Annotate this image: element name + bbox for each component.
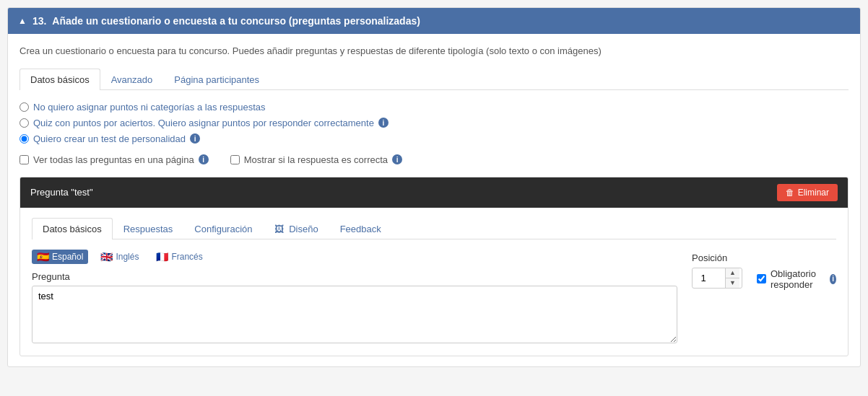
tab-diseno-label: Diseño — [289, 224, 318, 234]
info-icon-chk2[interactable]: i — [392, 154, 402, 164]
tab-pagina-participantes[interactable]: Página participantes — [163, 69, 270, 90]
obligatorio-group: Obligatorio responder i — [757, 268, 836, 290]
info-icon-obligatorio[interactable]: i — [830, 274, 836, 284]
tabs-top: Datos básicos Avanzado Página participan… — [19, 69, 849, 90]
checkbox-show-correct: Mostrar si la respuesta es correcta i — [230, 154, 402, 165]
lang-frances-label: Francés — [171, 252, 202, 262]
radio-personality-test[interactable] — [19, 134, 29, 144]
flag-gb: 🇬🇧 — [100, 251, 113, 263]
spinner-down[interactable]: ▼ — [726, 278, 739, 288]
radio-label-2[interactable]: Quiz con puntos por aciertos. Quiero asi… — [33, 118, 374, 128]
lang-espanol-label: Español — [52, 252, 83, 262]
spinner-up[interactable]: ▲ — [726, 268, 739, 278]
question-block: Pregunta "test" 🗑 Eliminar Datos básicos… — [19, 177, 849, 356]
tab-inner-respuestas[interactable]: Respuestas — [113, 218, 184, 239]
lang-ingles[interactable]: 🇬🇧 Inglés — [95, 250, 144, 264]
lang-espanol[interactable]: 🇪🇸 Español — [32, 250, 88, 264]
trash-icon: 🗑 — [786, 188, 794, 198]
radio-no-points[interactable] — [19, 102, 29, 112]
collapse-icon[interactable]: ▲ — [18, 16, 27, 26]
radio-item-3: Quiero crear un test de personalidad i — [19, 133, 849, 144]
flag-es: 🇪🇸 — [37, 251, 49, 263]
chk-all-questions[interactable] — [19, 155, 29, 164]
question-block-title: Pregunta "test" — [30, 187, 93, 198]
radio-item-2: Quiz con puntos por aciertos. Quiero asi… — [19, 118, 849, 128]
form-right: Posición ▲ ▼ — [692, 250, 836, 346]
lang-frances[interactable]: 🇫🇷 Francés — [151, 250, 207, 264]
tab-inner-configuracion[interactable]: Configuración — [183, 218, 263, 239]
form-left: 🇪🇸 Español 🇬🇧 Inglés 🇫🇷 Francés — [32, 250, 677, 346]
obligatorio-checkbox[interactable] — [757, 274, 766, 283]
obligatorio-label[interactable]: Obligatorio responder — [771, 268, 825, 290]
info-icon-radio3[interactable]: i — [190, 133, 200, 144]
radio-item-1: No quiero asignar puntos ni categorías a… — [19, 102, 849, 113]
position-input[interactable] — [693, 269, 725, 287]
checkbox-all-questions: Ver todas las preguntas en una página i — [19, 154, 209, 165]
tabs-inner: Datos básicos Respuestas Configuración 🖼… — [32, 218, 836, 239]
main-panel: ▲ 13. Añade un cuestionario o encuesta a… — [7, 7, 861, 367]
question-block-body: Datos básicos Respuestas Configuración 🖼… — [20, 208, 848, 356]
tab-avanzado[interactable]: Avanzado — [100, 69, 164, 90]
radio-group: No quiero asignar puntos ni categorías a… — [19, 102, 849, 144]
delete-question-button[interactable]: 🗑 Eliminar — [777, 184, 838, 201]
radio-label-1[interactable]: No quiero asignar puntos ni categorías a… — [33, 102, 266, 113]
question-block-header: Pregunta "test" 🗑 Eliminar — [20, 177, 848, 208]
chk-label-2[interactable]: Mostrar si la respuesta es correcta — [244, 154, 388, 165]
language-row: 🇪🇸 Español 🇬🇧 Inglés 🇫🇷 Francés — [32, 250, 677, 264]
checkbox-row: Ver todas las preguntas en una página i … — [19, 154, 849, 165]
chk-label-1[interactable]: Ver todas las preguntas en una página — [33, 154, 194, 165]
panel-title-text: Añade un cuestionario o encuesta a tu co… — [52, 15, 420, 27]
radio-label-3[interactable]: Quiero crear un test de personalidad — [33, 133, 186, 144]
tab-datos-basicos[interactable]: Datos básicos — [19, 69, 100, 90]
intro-text: Crea un cuestionario o encuesta para tu … — [19, 44, 849, 58]
position-label: Posición — [692, 252, 742, 263]
question-field-label: Pregunta — [32, 271, 677, 282]
spinner-buttons: ▲ ▼ — [725, 268, 739, 288]
panel-header: ▲ 13. Añade un cuestionario o encuesta a… — [8, 8, 860, 34]
info-icon-radio2[interactable]: i — [378, 118, 389, 128]
chk-show-correct[interactable] — [230, 155, 240, 164]
info-icon-chk1[interactable]: i — [199, 154, 209, 164]
tab-inner-feedback[interactable]: Feedback — [329, 218, 392, 239]
position-spinner: ▲ ▼ — [692, 268, 742, 289]
tab-inner-datos-basicos[interactable]: Datos básicos — [32, 218, 113, 239]
position-group: Posición ▲ ▼ — [692, 252, 742, 289]
radio-quiz-points[interactable] — [19, 118, 29, 128]
position-row: Posición ▲ ▼ — [692, 252, 836, 290]
question-textarea[interactable] — [32, 286, 677, 343]
delete-label: Eliminar — [798, 188, 829, 198]
form-row: 🇪🇸 Español 🇬🇧 Inglés 🇫🇷 Francés — [32, 250, 836, 346]
flag-fr: 🇫🇷 — [156, 251, 168, 263]
panel-title: 13. — [32, 15, 46, 27]
panel-body: Crea un cuestionario o encuesta para tu … — [8, 34, 860, 366]
lang-ingles-label: Inglés — [116, 252, 139, 262]
image-icon: 🖼 — [274, 224, 284, 234]
tab-inner-diseno[interactable]: 🖼 Diseño — [264, 218, 329, 239]
